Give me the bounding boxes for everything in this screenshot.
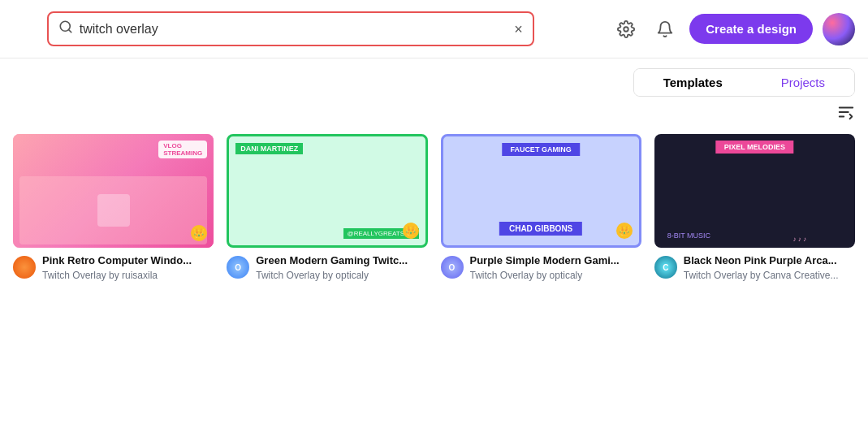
search-bar: ×: [47, 11, 534, 46]
card-subtitle-2: Twitch Overlay by opticaly: [256, 270, 427, 281]
card-thumbnail-2: 👑: [227, 134, 427, 248]
card-title-3: Purple Simple Modern Gami...: [470, 254, 641, 268]
card-subtitle-3: Twitch Overlay by opticaly: [470, 270, 641, 281]
tabs-container: Templates Projects: [633, 68, 855, 97]
card-title-2: Green Modern Gaming Twitc...: [256, 254, 427, 268]
card-title-1: Pink Retro Computer Windo...: [42, 254, 214, 268]
card-info-2: O Green Modern Gaming Twitc... Twitch Ov…: [227, 254, 427, 281]
card-3[interactable]: 👑 O Purple Simple Modern Gami... Twitch …: [441, 134, 641, 281]
card-text-1: Pink Retro Computer Windo... Twitch Over…: [42, 254, 214, 281]
crown-badge-2: 👑: [403, 223, 419, 239]
card-thumbnail-4: ♪ ♪ ♪: [654, 134, 855, 248]
sort-button[interactable]: [837, 103, 855, 121]
card-subtitle-1: Twitch Overlay by ruisaxila: [42, 270, 214, 281]
settings-button[interactable]: [611, 15, 641, 44]
notifications-button[interactable]: [650, 15, 680, 44]
crown-badge-3: 👑: [616, 223, 633, 239]
card-2[interactable]: 👑 O Green Modern Gaming Twitc... Twitch …: [227, 134, 427, 281]
card-4[interactable]: ♪ ♪ ♪ C Black Neon Pink Purple Arca... T…: [654, 134, 855, 281]
card-title-4: Black Neon Pink Purple Arca...: [684, 254, 855, 268]
avatar[interactable]: [823, 13, 855, 45]
card-logo-4: C: [654, 256, 677, 279]
card-info-1: Pink Retro Computer Windo... Twitch Over…: [13, 254, 214, 281]
card-thumbnail-1: VLOGSTREAMING 👑: [13, 134, 214, 248]
card-subtitle-4: Twitch Overlay by Canva Creative...: [684, 270, 855, 281]
card-1[interactable]: VLOGSTREAMING 👑 Pink Retro Computer Wind…: [13, 134, 214, 281]
search-icon: [58, 19, 73, 38]
cards-grid: VLOGSTREAMING 👑 Pink Retro Computer Wind…: [0, 128, 868, 294]
search-input[interactable]: [80, 22, 507, 37]
tabs-row: Templates Projects: [0, 58, 868, 97]
card-info-4: C Black Neon Pink Purple Arca... Twitch …: [654, 254, 855, 281]
header-icons: Create a design: [611, 13, 855, 45]
sort-row: [0, 97, 868, 128]
create-design-button[interactable]: Create a design: [689, 14, 813, 44]
tab-templates[interactable]: Templates: [634, 69, 752, 96]
card-text-4: Black Neon Pink Purple Arca... Twitch Ov…: [684, 254, 855, 281]
card-logo-3: O: [441, 256, 464, 279]
card-text-3: Purple Simple Modern Gami... Twitch Over…: [470, 254, 641, 281]
clear-icon[interactable]: ×: [514, 22, 523, 37]
tab-projects[interactable]: Projects: [752, 69, 854, 96]
card-thumbnail-3: 👑: [441, 134, 641, 248]
card-text-2: Green Modern Gaming Twitc... Twitch Over…: [256, 254, 427, 281]
header: × Create a design: [0, 0, 868, 58]
svg-point-2: [624, 27, 629, 32]
svg-line-1: [68, 29, 71, 32]
search-wrapper: ×: [47, 11, 534, 46]
card-logo-1: [13, 256, 36, 279]
card-info-3: O Purple Simple Modern Gami... Twitch Ov…: [441, 254, 641, 281]
card-logo-2: O: [227, 256, 249, 279]
